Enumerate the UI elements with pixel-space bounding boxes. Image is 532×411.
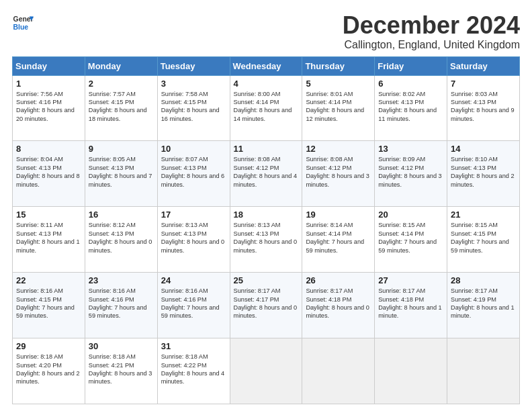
day-number: 24: [161, 275, 226, 285]
day-number: 15: [16, 210, 81, 220]
calendar-cell: 15Sunrise: 8:11 AMSunset: 4:13 PMDayligh…: [13, 207, 85, 273]
cell-content: Sunrise: 8:01 AMSunset: 4:14 PMDaylight:…: [306, 90, 371, 124]
cell-content: Sunrise: 8:13 AMSunset: 4:13 PMDaylight:…: [161, 221, 226, 255]
calendar-cell: 7Sunrise: 8:03 AMSunset: 4:13 PMDaylight…: [447, 75, 520, 141]
calendar-cell: 21Sunrise: 8:15 AMSunset: 4:15 PMDayligh…: [447, 207, 520, 273]
calendar-cell: 13Sunrise: 8:09 AMSunset: 4:12 PMDayligh…: [375, 141, 447, 207]
cell-content: Sunrise: 8:14 AMSunset: 4:14 PMDaylight:…: [306, 221, 371, 255]
calendar-day-header: Friday: [375, 56, 447, 75]
location: Callington, England, United Kingdom: [343, 39, 520, 51]
cell-content: Sunrise: 8:17 AMSunset: 4:19 PMDaylight:…: [451, 287, 516, 320]
day-number: 29: [16, 341, 81, 351]
cell-content: Sunrise: 8:00 AMSunset: 4:14 PMDaylight:…: [234, 90, 299, 124]
title-block: December 2024 Callington, England, Unite…: [343, 12, 520, 51]
cell-content: Sunrise: 8:12 AMSunset: 4:13 PMDaylight:…: [89, 221, 154, 255]
calendar-cell: 19Sunrise: 8:14 AMSunset: 4:14 PMDayligh…: [302, 207, 375, 273]
calendar-cell: 29Sunrise: 8:18 AMSunset: 4:20 PMDayligh…: [13, 338, 85, 404]
calendar-table: SundayMondayTuesdayWednesdayThursdayFrid…: [12, 56, 520, 404]
calendar-day-header: Thursday: [302, 56, 375, 75]
calendar-day-header: Wednesday: [230, 56, 302, 75]
day-number: 4: [234, 79, 299, 89]
calendar-cell: 24Sunrise: 8:16 AMSunset: 4:16 PMDayligh…: [157, 273, 230, 338]
day-number: 13: [378, 144, 443, 154]
day-number: 16: [89, 210, 154, 220]
calendar-cell: 9Sunrise: 8:05 AMSunset: 4:13 PMDaylight…: [85, 141, 157, 207]
cell-content: Sunrise: 8:08 AMSunset: 4:12 PMDaylight:…: [234, 155, 299, 189]
cell-content: Sunrise: 8:17 AMSunset: 4:18 PMDaylight:…: [378, 287, 443, 320]
cell-content: Sunrise: 8:15 AMSunset: 4:14 PMDaylight:…: [378, 221, 443, 255]
day-number: 2: [89, 79, 154, 89]
cell-content: Sunrise: 8:18 AMSunset: 4:22 PMDaylight:…: [161, 353, 226, 386]
calendar-week-row: 29Sunrise: 8:18 AMSunset: 4:20 PMDayligh…: [13, 338, 520, 404]
day-number: 18: [234, 210, 299, 220]
cell-content: Sunrise: 8:03 AMSunset: 4:13 PMDaylight:…: [451, 90, 516, 124]
calendar-cell: 11Sunrise: 8:08 AMSunset: 4:12 PMDayligh…: [230, 141, 302, 207]
calendar-cell: 18Sunrise: 8:13 AMSunset: 4:13 PMDayligh…: [230, 207, 302, 273]
calendar-week-row: 15Sunrise: 8:11 AMSunset: 4:13 PMDayligh…: [13, 207, 520, 273]
logo-icon: General Blue: [12, 12, 34, 34]
calendar-cell: 23Sunrise: 8:16 AMSunset: 4:16 PMDayligh…: [85, 273, 157, 338]
calendar-cell: [302, 338, 375, 404]
calendar-cell: 5Sunrise: 8:01 AMSunset: 4:14 PMDaylight…: [302, 75, 375, 141]
calendar-day-header: Saturday: [447, 56, 520, 75]
day-number: 11: [234, 144, 299, 154]
cell-content: Sunrise: 8:10 AMSunset: 4:13 PMDaylight:…: [451, 155, 516, 189]
day-number: 10: [161, 144, 226, 154]
day-number: 3: [161, 79, 226, 89]
calendar-cell: 10Sunrise: 8:07 AMSunset: 4:13 PMDayligh…: [157, 141, 230, 207]
calendar-cell: 1Sunrise: 7:56 AMSunset: 4:16 PMDaylight…: [13, 75, 85, 141]
cell-content: Sunrise: 8:05 AMSunset: 4:13 PMDaylight:…: [89, 155, 154, 189]
day-number: 19: [306, 210, 371, 220]
calendar-cell: 6Sunrise: 8:02 AMSunset: 4:13 PMDaylight…: [375, 75, 447, 141]
calendar-day-header: Monday: [85, 56, 157, 75]
cell-content: Sunrise: 8:16 AMSunset: 4:16 PMDaylight:…: [89, 287, 154, 320]
calendar-cell: 26Sunrise: 8:17 AMSunset: 4:18 PMDayligh…: [302, 273, 375, 338]
day-number: 23: [89, 275, 154, 285]
day-number: 31: [161, 341, 226, 351]
day-number: 21: [451, 210, 516, 220]
day-number: 30: [89, 341, 154, 351]
day-number: 12: [306, 144, 371, 154]
calendar-cell: 20Sunrise: 8:15 AMSunset: 4:14 PMDayligh…: [375, 207, 447, 273]
calendar-week-row: 8Sunrise: 8:04 AMSunset: 4:13 PMDaylight…: [13, 141, 520, 207]
day-number: 14: [451, 144, 516, 154]
day-number: 17: [161, 210, 226, 220]
day-number: 9: [89, 144, 154, 154]
svg-text:Blue: Blue: [13, 24, 29, 31]
header: General Blue December 2024 Callington, E…: [12, 12, 520, 51]
calendar-body: 1Sunrise: 7:56 AMSunset: 4:16 PMDaylight…: [13, 75, 520, 404]
cell-content: Sunrise: 8:13 AMSunset: 4:13 PMDaylight:…: [234, 221, 299, 255]
cell-content: Sunrise: 7:57 AMSunset: 4:15 PMDaylight:…: [89, 90, 154, 124]
calendar-cell: [375, 338, 447, 404]
cell-content: Sunrise: 8:18 AMSunset: 4:20 PMDaylight:…: [16, 353, 81, 386]
cell-content: Sunrise: 8:17 AMSunset: 4:18 PMDaylight:…: [306, 287, 371, 320]
day-number: 7: [451, 79, 516, 89]
logo: General Blue: [12, 12, 34, 34]
cell-content: Sunrise: 8:18 AMSunset: 4:21 PMDaylight:…: [89, 353, 154, 386]
calendar-day-header: Tuesday: [157, 56, 230, 75]
day-number: 1: [16, 79, 81, 89]
calendar-cell: 28Sunrise: 8:17 AMSunset: 4:19 PMDayligh…: [447, 273, 520, 338]
calendar-cell: 4Sunrise: 8:00 AMSunset: 4:14 PMDaylight…: [230, 75, 302, 141]
calendar-cell: [447, 338, 520, 404]
calendar-cell: 8Sunrise: 8:04 AMSunset: 4:13 PMDaylight…: [13, 141, 85, 207]
calendar-cell: 25Sunrise: 8:17 AMSunset: 4:17 PMDayligh…: [230, 273, 302, 338]
day-number: 25: [234, 275, 299, 285]
calendar-cell: [230, 338, 302, 404]
cell-content: Sunrise: 8:09 AMSunset: 4:12 PMDaylight:…: [378, 155, 443, 189]
calendar-header-row: SundayMondayTuesdayWednesdayThursdayFrid…: [13, 56, 520, 75]
cell-content: Sunrise: 8:17 AMSunset: 4:17 PMDaylight:…: [234, 287, 299, 320]
day-number: 5: [306, 79, 371, 89]
cell-content: Sunrise: 8:15 AMSunset: 4:15 PMDaylight:…: [451, 221, 516, 255]
cell-content: Sunrise: 8:04 AMSunset: 4:13 PMDaylight:…: [16, 155, 81, 189]
calendar-day-header: Sunday: [13, 56, 85, 75]
calendar-cell: 17Sunrise: 8:13 AMSunset: 4:13 PMDayligh…: [157, 207, 230, 273]
calendar-cell: 12Sunrise: 8:08 AMSunset: 4:12 PMDayligh…: [302, 141, 375, 207]
day-number: 6: [378, 79, 443, 89]
cell-content: Sunrise: 8:11 AMSunset: 4:13 PMDaylight:…: [16, 221, 81, 255]
day-number: 22: [16, 275, 81, 285]
calendar-week-row: 22Sunrise: 8:16 AMSunset: 4:15 PMDayligh…: [13, 273, 520, 338]
cell-content: Sunrise: 8:16 AMSunset: 4:16 PMDaylight:…: [161, 287, 226, 320]
calendar-cell: 22Sunrise: 8:16 AMSunset: 4:15 PMDayligh…: [13, 273, 85, 338]
calendar-cell: 30Sunrise: 8:18 AMSunset: 4:21 PMDayligh…: [85, 338, 157, 404]
